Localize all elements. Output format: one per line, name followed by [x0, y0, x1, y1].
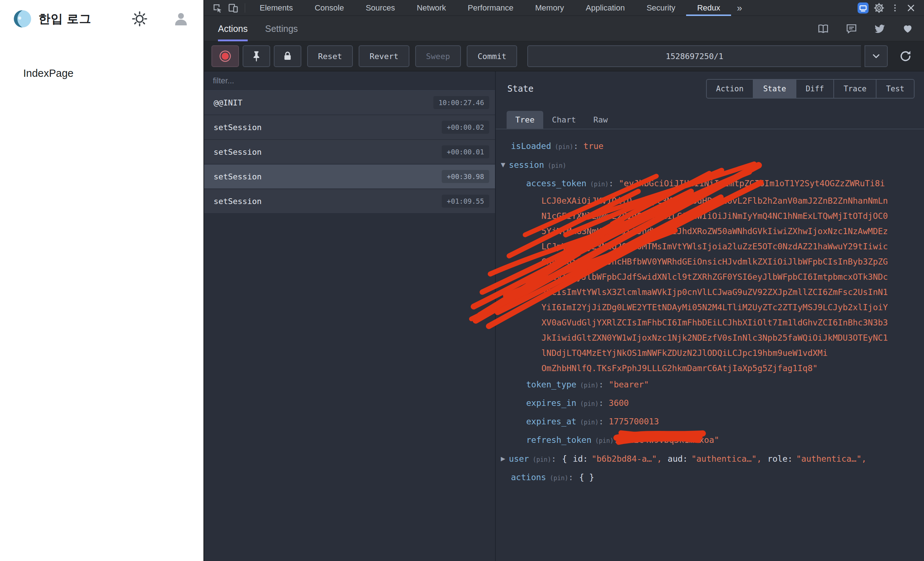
redux-header: Actions Settings [204, 16, 924, 41]
more-tabs-chevron[interactable]: » [731, 0, 748, 16]
revert-button[interactable]: Revert [358, 45, 409, 67]
token-line: lNDdjLTQ4MzEtYjNkOS1mNWFkZDUzN2JlODQiLCJ… [496, 346, 924, 361]
page-title: IndexPage [23, 67, 204, 79]
tab-trace[interactable]: Trace [833, 80, 876, 98]
collapse-arrow-icon[interactable]: ▼ [501, 161, 505, 168]
action-row[interactable]: setSession +00:00.01 [204, 140, 495, 165]
action-time: +00:00.02 [442, 121, 489, 134]
state-entry-refresh-token[interactable]: refresh_token(pin):"h2c4w9vbq3k1mrxoa" [496, 431, 924, 450]
extension-icon[interactable] [855, 0, 871, 16]
token-line: GhvbmUiOiIiLCJhcHBfbWV0YWRhdGEiOnsicHJvd… [496, 254, 924, 269]
tab-sources[interactable]: Sources [355, 0, 406, 16]
logo-text: 한입 로그 [39, 11, 92, 27]
site-logo[interactable]: 한입 로그 [13, 9, 92, 28]
action-time: +00:30.98 [442, 170, 489, 183]
state-entry-actions[interactable]: actions(pin):{ } [496, 468, 924, 487]
docs-book-icon[interactable] [818, 23, 829, 34]
tab-redux[interactable]: Redux [686, 0, 731, 16]
record-button[interactable] [212, 45, 239, 67]
tab-diff[interactable]: Diff [796, 80, 834, 98]
twitter-bird-icon[interactable] [874, 23, 885, 34]
tab-memory[interactable]: Memory [524, 0, 575, 16]
state-tree: isLoaded(pin):true ▼session(pin) access_… [496, 129, 924, 561]
settings-gear-icon[interactable] [871, 0, 887, 16]
subtab-chart[interactable]: Chart [543, 111, 585, 129]
action-row[interactable]: setSession +01:09.55 [204, 189, 495, 214]
reset-button[interactable]: Reset [307, 45, 353, 67]
logo-icon [13, 9, 32, 28]
tab-elements[interactable]: Elements [249, 0, 304, 16]
action-time: +01:09.55 [442, 194, 489, 208]
state-entry-access-token[interactable]: access_token(pin):"eyJhbGciOiJIUzI1NiIsI… [496, 175, 924, 193]
state-entry-session[interactable]: ▼session(pin) [496, 156, 924, 175]
action-name: setSession [214, 172, 261, 181]
action-name: setSession [214, 197, 261, 206]
instance-dropdown-button[interactable] [864, 45, 888, 67]
inspector-title: State [507, 84, 534, 94]
action-row-selected[interactable]: setSession +00:30.98 [204, 165, 495, 189]
tab-state[interactable]: State [753, 80, 795, 98]
token-line: 3OCIsImVtYWlsX3ZlcmlmaWVkIjp0cnVlLCJwaG9… [496, 284, 924, 300]
subtab-tree[interactable]: Tree [507, 111, 543, 129]
state-entry-expires-in[interactable]: expires_in(pin):3600 [496, 394, 924, 413]
instance-id: 1528697250/1 [666, 52, 723, 61]
refresh-icon[interactable] [896, 49, 915, 63]
tab-actions[interactable]: Actions [218, 16, 248, 41]
kebab-menu-icon[interactable] [887, 0, 903, 16]
state-entry-isLoaded[interactable]: isLoaded(pin):true [496, 138, 924, 156]
actions-list-panel: @@INIT 10:00:27.46 setSession +00:00.02 … [204, 72, 496, 561]
redux-header-icons [818, 23, 913, 34]
pin-button[interactable] [243, 45, 270, 67]
webapp-body: IndexPage [0, 36, 204, 79]
token-line: XV0aGVudGljYXRlZCIsImFhbCI6ImFhbDEiLCJhb… [496, 315, 924, 330]
state-inspector-panel: State Action State Diff Trace Test Tree … [496, 72, 924, 561]
devtools-tabbar: Elements Console Sources Network Perform… [204, 0, 924, 16]
sweep-button[interactable]: Sweep [415, 45, 461, 67]
close-devtools-icon[interactable] [903, 0, 919, 16]
tab-application[interactable]: Application [575, 0, 636, 16]
token-line: N1cGFiYXNlLmNvL2F1dGgvdjEiLCJzdWIiOiJiNm… [496, 208, 924, 224]
state-entry-token-type[interactable]: token_type(pin):"bearer" [496, 376, 924, 394]
token-line: LCJpYXQiOjE3NzU2OTY0MTMsImVtYWlsIjoia2lu… [496, 239, 924, 254]
webapp-region: 한입 로그 [0, 0, 204, 561]
tab-network[interactable]: Network [406, 0, 457, 16]
state-entry-user[interactable]: ▶user(pin):{id:"b6b2bd84-a…",aud:"authen… [496, 450, 924, 468]
state-entry-expires-at[interactable]: expires_at(pin):1775700013 [496, 413, 924, 431]
action-row[interactable]: @@INIT 10:00:27.46 [204, 91, 495, 115]
action-time: +00:00.01 [442, 145, 489, 159]
inspect-element-icon[interactable] [209, 0, 225, 16]
action-name: setSession [214, 123, 261, 132]
tab-settings[interactable]: Settings [265, 16, 298, 41]
devtools-panel: Elements Console Sources Network Perform… [204, 0, 924, 561]
instance-selector[interactable]: 1528697250/1 [527, 45, 861, 67]
screen: 한입 로그 [0, 0, 924, 561]
action-name: @@INIT [214, 98, 242, 107]
token-line: VycyI6WyJlbWFpbCJdfSwidXNlcl9tZXRhZGF0YS… [496, 269, 924, 284]
action-time: 10:00:27.46 [434, 96, 489, 109]
subtab-raw[interactable]: Raw [585, 111, 616, 129]
redux-main: @@INIT 10:00:27.46 setSession +00:00.02 … [204, 72, 924, 561]
feedback-comment-icon[interactable] [846, 23, 857, 34]
theme-toggle-icon[interactable] [131, 10, 148, 27]
inspector-tab-group: Action State Diff Trace Test [706, 79, 915, 99]
lock-button[interactable] [274, 45, 302, 67]
tab-test[interactable]: Test [876, 80, 914, 98]
device-toolbar-icon[interactable] [225, 0, 241, 16]
commit-button[interactable]: Commit [467, 45, 517, 67]
tab-console[interactable]: Console [304, 0, 355, 16]
heart-icon[interactable] [902, 23, 913, 34]
profile-icon[interactable] [172, 10, 190, 27]
token-line: JkIiwidGltZXN0YW1wIjoxNzc1Njk2NDEzfV0sIn… [496, 330, 924, 346]
tab-action[interactable]: Action [707, 80, 753, 98]
record-icon [218, 49, 232, 63]
expand-arrow-icon[interactable]: ▶ [501, 455, 505, 462]
tab-performance[interactable]: Performance [457, 0, 524, 16]
webapp-header: 한입 로그 [0, 0, 204, 36]
action-row[interactable]: setSession +00:00.02 [204, 115, 495, 140]
tab-security[interactable]: Security [636, 0, 686, 16]
inspector-header: State Action State Diff Trace Test [496, 72, 924, 106]
filter-input[interactable] [204, 72, 495, 91]
token-line: 5YjNlMmU3NmUyMjEiLCJhdWQiOiJhdXRoZW50aWN… [496, 224, 924, 239]
lock-icon [282, 50, 293, 62]
pin-icon [250, 50, 262, 62]
